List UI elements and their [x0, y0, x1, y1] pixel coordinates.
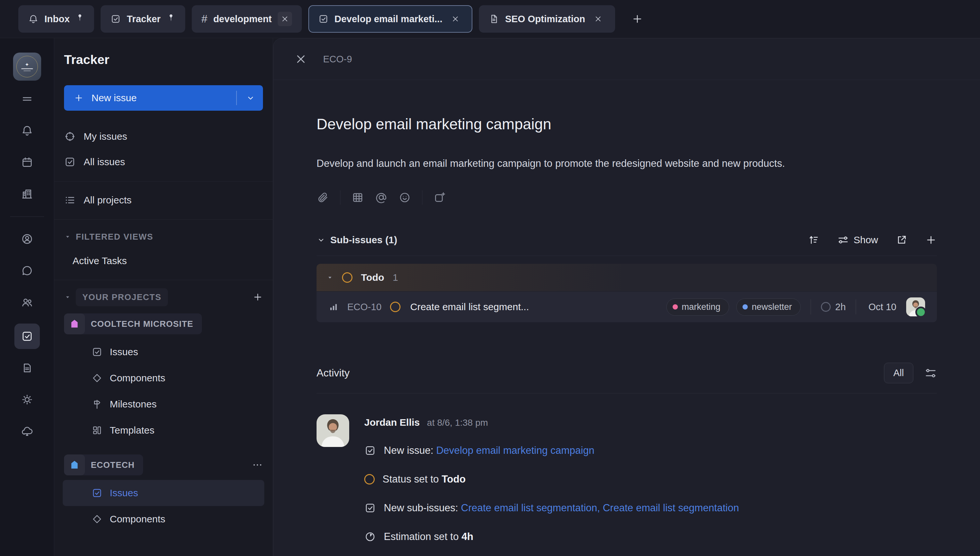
project-icon-box: [64, 454, 85, 475]
event-value: 4h: [462, 531, 473, 542]
close-panel-icon[interactable]: [294, 53, 308, 66]
assignee-avatar[interactable]: [906, 297, 925, 316]
estimation-circle-icon: [821, 302, 831, 312]
close-icon[interactable]: [448, 12, 463, 26]
group-count: 1: [393, 272, 398, 283]
check-square-icon: [91, 346, 102, 357]
cooltech-templates-item[interactable]: Templates: [63, 417, 264, 443]
activity-entry: Jordan Ellis at 8/6, 1:38 pm New issue: …: [316, 414, 937, 543]
issue-detail-panel: ECO-9 Develop email marketing campaign D…: [273, 38, 980, 556]
breadcrumb[interactable]: ECO-9: [323, 54, 352, 65]
activity-header: Activity: [316, 367, 350, 379]
new-issue-dropdown-button[interactable]: [242, 89, 259, 107]
chevron-down-icon: [246, 93, 256, 103]
event-text: New sub-issues:: [384, 502, 461, 514]
notifications-bell-icon[interactable]: [17, 120, 37, 141]
pin-icon[interactable]: [76, 13, 84, 24]
activity-event-subissues: New sub-issues: Create email list segmen…: [364, 502, 739, 514]
author-name[interactable]: Jordan Ellis: [364, 417, 420, 428]
tab-development[interactable]: # development: [192, 5, 302, 32]
cooltech-issues-item[interactable]: Issues: [63, 339, 264, 365]
add-project-button[interactable]: [253, 292, 263, 302]
label-text: newsletter: [752, 302, 792, 312]
workspace-logo[interactable]: ✦: [13, 53, 41, 81]
pin-icon[interactable]: [167, 13, 175, 24]
section-label: FILTERED VIEWS: [76, 232, 153, 242]
subissue-links[interactable]: Create email list segmentation, Create e…: [461, 502, 739, 514]
event-text: Estimation set to: [384, 531, 462, 542]
todo-group-header[interactable]: Todo 1: [316, 264, 937, 291]
company-building-icon[interactable]: [17, 183, 37, 204]
sort-icon: [808, 234, 820, 246]
chevron-down-icon: [64, 294, 71, 301]
tab-inbox[interactable]: Inbox: [18, 5, 94, 32]
close-icon[interactable]: [591, 12, 605, 26]
project-ecotech[interactable]: ECOTECH: [54, 450, 273, 480]
sidebar-item-all-issues[interactable]: All issues: [54, 149, 273, 175]
tab-tracker[interactable]: Tracker: [100, 5, 185, 32]
table-icon[interactable]: [352, 191, 364, 204]
project-cooltech-microsite[interactable]: COOLTECH MICROSITE: [54, 309, 273, 339]
add-block-icon[interactable]: [434, 191, 446, 204]
sidebar-item-label: Milestones: [110, 399, 157, 410]
ecotech-components-item[interactable]: Components: [63, 506, 264, 532]
documents-icon[interactable]: [17, 357, 37, 378]
collapse-triangle-icon[interactable]: [326, 274, 334, 281]
mention-icon[interactable]: [375, 191, 387, 204]
issue-title-cell[interactable]: Create email list segment...: [410, 301, 529, 312]
document-icon: [489, 14, 499, 24]
open-in-new-button[interactable]: [896, 234, 907, 246]
add-subissue-button[interactable]: [925, 234, 937, 246]
sidebar-item-all-projects[interactable]: All projects: [54, 187, 273, 213]
emoji-icon[interactable]: [398, 191, 411, 204]
label-dot: [742, 304, 748, 310]
chat-bubble-icon[interactable]: [17, 260, 37, 281]
sidebar-item-label: Components: [110, 514, 165, 525]
priority-icon[interactable]: [328, 302, 339, 312]
issue-panel-header: ECO-9: [274, 39, 980, 80]
estimation-cell[interactable]: 2h: [821, 302, 846, 312]
due-date[interactable]: Oct 10: [868, 302, 896, 312]
calendar-icon[interactable]: [17, 152, 37, 173]
new-issue-button[interactable]: New issue: [64, 85, 263, 111]
subissues-toggle[interactable]: Sub-issues (1): [316, 234, 397, 246]
tracker-check-icon[interactable]: [15, 323, 40, 349]
todo-status-icon[interactable]: [390, 302, 400, 312]
label-marketing[interactable]: marketing: [666, 298, 729, 316]
activity-filter-all-button[interactable]: All: [884, 363, 914, 383]
new-tab-button[interactable]: [627, 8, 648, 29]
issue-id: ECO-10: [347, 302, 382, 312]
your-projects-section-header[interactable]: YOUR PROJECTS: [54, 285, 273, 309]
label-newsletter[interactable]: newsletter: [736, 298, 801, 316]
activity-event-status: Status set to Todo: [364, 473, 739, 485]
issue-description[interactable]: Develop and launch an email marketing ca…: [316, 158, 937, 170]
more-options-icon[interactable]: [252, 459, 263, 470]
sidebar-item-my-issues[interactable]: My issues: [54, 124, 273, 149]
main-menu-icon[interactable]: [17, 89, 37, 109]
show-button[interactable]: Show: [837, 234, 878, 246]
close-icon[interactable]: [278, 12, 292, 26]
drive-cloud-icon[interactable]: [17, 421, 37, 442]
sort-button[interactable]: [808, 234, 820, 246]
event-text: Status set to: [382, 474, 442, 485]
cooltech-components-item[interactable]: Components: [63, 365, 264, 391]
contacts-person-icon[interactable]: [17, 228, 37, 249]
subissue-row-eco-10[interactable]: ECO-10 Create email list segment... mark…: [316, 291, 937, 322]
issue-link[interactable]: Develop email marketing campaign: [436, 444, 594, 456]
ecotech-issues-item[interactable]: Issues: [63, 480, 264, 506]
hr-people-icon[interactable]: [17, 292, 37, 313]
tab-seo-optimization[interactable]: SEO Optimization: [479, 5, 615, 32]
tab-develop-email-marketing[interactable]: Develop email marketi...: [308, 5, 472, 32]
sidebar-item-active-tasks[interactable]: Active Tasks: [54, 249, 273, 273]
theme-sun-icon[interactable]: [17, 389, 37, 410]
attachment-icon[interactable]: [316, 191, 329, 204]
new-issue-label: New issue: [91, 92, 136, 103]
cooltech-milestones-item[interactable]: Milestones: [63, 391, 264, 417]
issue-title[interactable]: Develop email marketing campaign: [316, 115, 937, 133]
plus-icon: [632, 13, 643, 25]
activity-settings-icon[interactable]: [925, 367, 937, 379]
tab-label: Develop email marketi...: [335, 14, 442, 24]
estimation-pie-icon: [364, 531, 376, 543]
filtered-views-section-header[interactable]: FILTERED VIEWS: [54, 225, 273, 249]
subissues-bar: Sub-issues (1) Show: [316, 234, 937, 246]
